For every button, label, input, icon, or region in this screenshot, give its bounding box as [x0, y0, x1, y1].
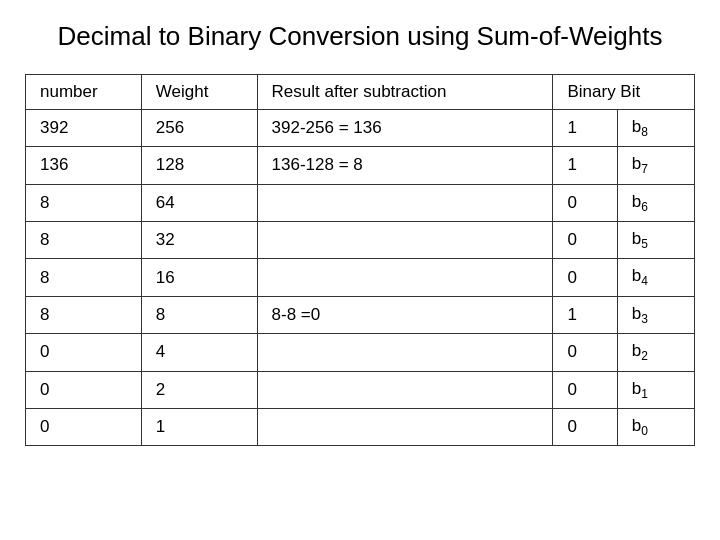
header-number: number: [26, 74, 142, 109]
cell-bit-value: 0: [553, 371, 617, 408]
cell-number: 8: [26, 259, 142, 296]
cell-weight: 128: [141, 147, 257, 184]
cell-bit-value: 0: [553, 408, 617, 445]
cell-bit-label: b7: [617, 147, 694, 184]
cell-number: 8: [26, 221, 142, 258]
table-row: 888-8 =01b3: [26, 296, 695, 333]
cell-bit-value: 0: [553, 221, 617, 258]
cell-weight: 32: [141, 221, 257, 258]
cell-result: [257, 334, 553, 371]
table-row: 136128136-128 = 81b7: [26, 147, 695, 184]
cell-weight: 1: [141, 408, 257, 445]
cell-weight: 2: [141, 371, 257, 408]
cell-bit-value: 0: [553, 334, 617, 371]
cell-bit-label: b5: [617, 221, 694, 258]
cell-weight: 16: [141, 259, 257, 296]
cell-result: [257, 259, 553, 296]
cell-bit-label: b1: [617, 371, 694, 408]
table-row: 010b0: [26, 408, 695, 445]
cell-bit-value: 1: [553, 147, 617, 184]
page-title: Decimal to Binary Conversion using Sum-o…: [58, 20, 663, 54]
cell-bit-label: b2: [617, 334, 694, 371]
cell-weight: 256: [141, 109, 257, 146]
cell-bit-value: 0: [553, 259, 617, 296]
cell-result: [257, 184, 553, 221]
cell-bit-label: b6: [617, 184, 694, 221]
cell-number: 0: [26, 408, 142, 445]
cell-number: 0: [26, 371, 142, 408]
conversion-table: number Weight Result after subtraction B…: [25, 74, 695, 447]
cell-bit-value: 1: [553, 109, 617, 146]
table-row: 8160b4: [26, 259, 695, 296]
cell-number: 8: [26, 296, 142, 333]
cell-result: 392-256 = 136: [257, 109, 553, 146]
table-row: 392256392-256 = 1361b8: [26, 109, 695, 146]
table-row: 040b2: [26, 334, 695, 371]
cell-number: 8: [26, 184, 142, 221]
cell-bit-label: b8: [617, 109, 694, 146]
table-row: 8320b5: [26, 221, 695, 258]
cell-weight: 8: [141, 296, 257, 333]
header-weight: Weight: [141, 74, 257, 109]
cell-bit-label: b4: [617, 259, 694, 296]
cell-result: [257, 371, 553, 408]
cell-weight: 64: [141, 184, 257, 221]
cell-result: 136-128 = 8: [257, 147, 553, 184]
cell-bit-value: 0: [553, 184, 617, 221]
cell-number: 136: [26, 147, 142, 184]
cell-bit-label: b3: [617, 296, 694, 333]
header-binary: Binary Bit: [553, 74, 695, 109]
cell-bit-label: b0: [617, 408, 694, 445]
table-row: 8640b6: [26, 184, 695, 221]
table-row: 020b1: [26, 371, 695, 408]
header-result: Result after subtraction: [257, 74, 553, 109]
cell-result: 8-8 =0: [257, 296, 553, 333]
cell-bit-value: 1: [553, 296, 617, 333]
cell-result: [257, 221, 553, 258]
cell-weight: 4: [141, 334, 257, 371]
cell-number: 392: [26, 109, 142, 146]
cell-result: [257, 408, 553, 445]
cell-number: 0: [26, 334, 142, 371]
